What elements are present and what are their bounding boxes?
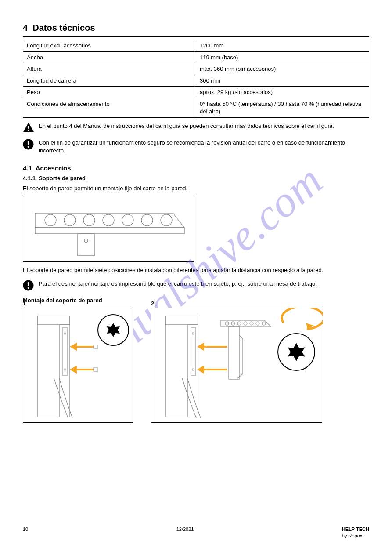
section-title: Datos técnicos (32, 23, 95, 33)
bracket-paragraph-1: El soporte de pared permite un montaje f… (23, 185, 369, 192)
subsection-title: Accesorios (36, 164, 71, 172)
svg-rect-12 (35, 228, 184, 234)
section-heading: 4 Datos técnicos (23, 22, 369, 34)
section-number: 4 (23, 23, 28, 33)
svg-rect-3 (28, 141, 29, 145)
footer-date: 12/2021 (176, 526, 194, 539)
caution-row: Con el fin de garantizar un funcionamien… (23, 139, 369, 154)
table-row: Alturamáx. 360 mm (sin accesorios) (23, 63, 369, 75)
svg-point-40 (256, 322, 259, 325)
spec-table: Longitud excl. acessórios1200 mm Ancho11… (23, 40, 369, 118)
page-footer: 10 12/2021 HELP TECH by Ropox (23, 526, 369, 539)
svg-point-4 (28, 146, 29, 148)
svg-point-10 (141, 214, 153, 226)
svg-point-39 (250, 322, 253, 325)
exclamation-circle-icon (23, 280, 34, 293)
svg-point-36 (231, 322, 235, 325)
svg-rect-31 (187, 325, 198, 417)
warning-triangle-icon (23, 122, 34, 135)
page-content: 4 Datos técnicos Longitud excl. acessóri… (0, 0, 392, 440)
subsubsection-title: Soporte de pared (39, 175, 86, 181)
subsubsection-number: 4.1.1 (23, 175, 36, 181)
table-row: Longitud excl. acessórios1200 mm (23, 40, 369, 52)
svg-point-37 (237, 322, 241, 325)
svg-rect-42 (229, 326, 239, 379)
caution-text: Con el fin de garantizar un funcionamien… (39, 139, 369, 154)
step-row: 1. (23, 308, 369, 423)
svg-point-38 (244, 322, 247, 325)
subsubsection-heading: 4.1.1 Soporte de pared (23, 174, 369, 182)
table-row: Condiciones de almacenamiento0° hasta 50… (23, 98, 369, 117)
svg-point-6 (64, 214, 76, 226)
svg-point-41 (262, 322, 266, 325)
svg-rect-0 (28, 126, 29, 129)
svg-point-7 (83, 214, 95, 226)
mounting-caution-text: Para el desmontaje/montaje es imprescind… (39, 280, 369, 288)
heading-rule (23, 36, 369, 37)
subsection-number: 4.1 (23, 164, 32, 172)
svg-point-17 (28, 287, 29, 289)
svg-point-8 (103, 214, 114, 226)
table-row: Longitud de carrera300 mm (23, 75, 369, 87)
mounting-caution-row: Para el desmontaje/montaje es imprescind… (23, 280, 369, 293)
step-number-2: 2. (151, 300, 156, 308)
footer-brand-sub: by Ropox (342, 533, 362, 538)
wall-bracket-diagram (23, 196, 194, 262)
svg-rect-27 (94, 368, 98, 371)
subsection-heading: 4.1 Accesorios (23, 164, 369, 173)
warning-row: En el punto 4 del Manual de instruccione… (23, 122, 369, 135)
footer-brand-block: HELP TECH by Ropox (342, 526, 369, 539)
svg-point-35 (225, 322, 229, 325)
svg-point-1 (28, 130, 29, 131)
svg-rect-19 (37, 316, 70, 325)
svg-rect-20 (59, 325, 70, 417)
svg-point-9 (122, 214, 133, 226)
bracket-paragraph-2: El soporte de pared permite siete posici… (23, 266, 369, 274)
exclamation-circle-icon (23, 139, 34, 152)
step-number-1: 1. (23, 300, 28, 308)
table-row: Pesoaprox. 29 kg (sin accesorios) (23, 87, 369, 98)
table-row: Ancho119 mm (base) (23, 51, 369, 63)
step-2-diagram (151, 308, 322, 423)
footer-brand: HELP TECH (342, 526, 369, 532)
svg-rect-13 (78, 234, 94, 256)
step-1-diagram (23, 308, 133, 423)
svg-rect-30 (165, 316, 198, 325)
page-number: 10 (23, 526, 28, 539)
svg-rect-26 (94, 345, 98, 348)
warning-text: En el punto 4 del Manual de instruccione… (39, 122, 369, 130)
svg-point-14 (84, 239, 88, 243)
svg-rect-16 (28, 282, 29, 286)
mounting-heading: Montaje del soporte de pared (23, 297, 369, 305)
svg-point-5 (45, 214, 56, 226)
svg-point-11 (161, 214, 172, 226)
